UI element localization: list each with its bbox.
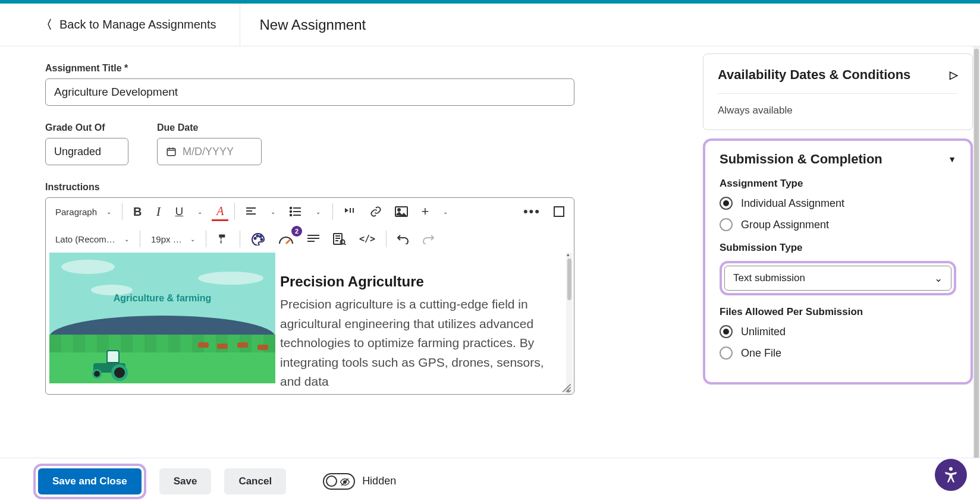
editor-toolbar-1: Paragraph⌄ B I U ⌄ A ⌄ ⌄ [46, 198, 574, 225]
title-label: Assignment Title * [45, 63, 672, 74]
more-button[interactable]: ••• [519, 202, 545, 221]
visibility-toggle[interactable]: Hidden [323, 473, 396, 490]
accessibility-check-button[interactable]: 2 [274, 229, 299, 248]
radio-icon [720, 325, 733, 338]
italic-button[interactable]: I [150, 202, 167, 221]
preview-button[interactable] [328, 229, 351, 248]
submission-panel: Submission & Completion ▼ Assignment Typ… [703, 138, 973, 385]
grade-dropdown[interactable]: Ungraded [45, 138, 128, 165]
underline-more-dropdown[interactable]: ⌄ [191, 202, 208, 221]
chevron-down-icon: ⌄ [934, 272, 943, 285]
radio-group-assignment[interactable]: Group Assignment [720, 218, 956, 231]
svg-rect-0 [167, 149, 175, 156]
accessibility-fab[interactable] [935, 459, 967, 491]
align-dropdown[interactable]: ⌄ [265, 202, 281, 221]
format-painter-button[interactable] [212, 229, 234, 248]
grade-value: Ungraded [54, 146, 101, 158]
color-palette-button[interactable] [246, 229, 270, 248]
chevron-right-icon: ▷ [950, 68, 958, 81]
text-color-button[interactable]: A [212, 202, 228, 221]
availability-status: Always available [718, 105, 958, 116]
assignment-title-input[interactable] [45, 78, 574, 106]
underline-button[interactable]: U [170, 202, 188, 221]
link-button[interactable] [365, 202, 387, 221]
visibility-label: Hidden [362, 475, 396, 487]
resize-handle-icon[interactable] [562, 383, 571, 393]
radio-icon [720, 346, 733, 360]
rich-text-editor: Paragraph⌄ B I U ⌄ A ⌄ ⌄ [45, 197, 574, 395]
chevron-down-icon: ▼ [948, 155, 956, 164]
undo-button[interactable] [392, 229, 414, 248]
main-form: Assignment Title * Grade Out Of Ungraded… [0, 46, 701, 458]
source-code-button[interactable]: </> [354, 229, 380, 248]
accessibility-badge: 2 [291, 226, 302, 237]
editor-scrollbar[interactable]: ▴▾ [566, 253, 573, 394]
font-size-dropdown[interactable]: 19px …⌄ [146, 229, 200, 248]
font-dropdown[interactable]: Lato (Recom…⌄ [51, 229, 134, 248]
radio-individual-assignment[interactable]: Individual Assignment [720, 197, 956, 210]
cancel-button[interactable]: Cancel [224, 468, 286, 494]
instructions-label: Instructions [45, 182, 672, 193]
list-button[interactable] [285, 202, 306, 221]
files-allowed-label: Files Allowed Per Submission [720, 306, 956, 318]
svg-point-5 [398, 209, 400, 211]
redo-button[interactable] [417, 229, 439, 248]
image-button[interactable] [390, 202, 413, 221]
radio-icon [720, 197, 733, 210]
hidden-eye-icon [340, 477, 350, 487]
submission-type-select[interactable]: Text submission ⌄ [724, 266, 951, 291]
due-date-label: Due Date [157, 122, 262, 133]
calendar-icon [166, 146, 177, 157]
accessibility-icon [942, 466, 960, 484]
due-date-input[interactable]: M/D/YYYY [157, 138, 262, 165]
save-close-highlight: Save and Close [33, 464, 146, 499]
insert-dropdown[interactable]: ⌄ [437, 202, 454, 221]
content-heading: Precision Agriculture [280, 270, 567, 292]
content-body: Precision agriculture is a cutting-edge … [280, 295, 567, 392]
svg-point-13 [949, 467, 953, 471]
align-button[interactable] [241, 202, 261, 221]
grade-label: Grade Out Of [45, 122, 128, 133]
page-header: 〈 Back to Manage Assignments New Assignm… [0, 4, 980, 46]
assignment-type-label: Assignment Type [720, 178, 956, 190]
sidebar-scrollbar[interactable] [973, 46, 980, 458]
format-dropdown[interactable]: Paragraph⌄ [51, 202, 116, 221]
submission-type-highlight: Text submission ⌄ [720, 261, 956, 295]
svg-point-1 [290, 207, 292, 209]
page-title: New Assignment [240, 17, 366, 33]
media-button[interactable] [339, 202, 362, 221]
back-link[interactable]: 〈 Back to Manage Assignments [0, 4, 240, 46]
submission-header[interactable]: Submission & Completion ▼ [720, 152, 956, 167]
radio-files-unlimited[interactable]: Unlimited [720, 325, 956, 338]
svg-point-6 [255, 238, 256, 240]
due-date-placeholder: M/D/YYYY [183, 146, 234, 158]
svg-point-3 [290, 215, 292, 216]
toggle-switch[interactable] [323, 473, 355, 490]
editor-content[interactable]: Agriculture & farming Precision Ag [46, 253, 574, 394]
svg-point-8 [260, 236, 262, 238]
footer-action-bar: Save and Close Save Cancel Hidden [0, 458, 980, 504]
illustration-caption: Agriculture & farming [49, 293, 275, 304]
editor-toolbar-2: Lato (Recom…⌄ 19px …⌄ [46, 225, 574, 253]
availability-header[interactable]: Availability Dates & Conditions ▷ [718, 67, 958, 83]
save-button[interactable]: Save [159, 468, 212, 494]
back-link-label: Back to Manage Assignments [59, 18, 216, 32]
svg-point-2 [290, 211, 292, 213]
svg-point-7 [257, 235, 259, 237]
radio-files-one[interactable]: One File [720, 346, 956, 360]
availability-panel: Availability Dates & Conditions ▷ Always… [703, 53, 973, 130]
chevron-left-icon: 〈 [40, 17, 52, 33]
submission-type-label: Submission Type [720, 242, 956, 254]
fullscreen-button[interactable] [549, 202, 569, 221]
insert-button[interactable]: + [416, 202, 434, 221]
instruction-image: Agriculture & farming [49, 253, 275, 383]
tractor-icon [90, 350, 133, 379]
settings-sidebar: Availability Dates & Conditions ▷ Always… [701, 46, 980, 458]
save-and-close-button[interactable]: Save and Close [38, 468, 142, 494]
radio-icon [720, 218, 733, 231]
list-dropdown[interactable]: ⌄ [310, 202, 326, 221]
svg-point-9 [261, 239, 263, 241]
bold-button[interactable]: B [128, 202, 146, 221]
word-count-button[interactable] [302, 229, 325, 248]
